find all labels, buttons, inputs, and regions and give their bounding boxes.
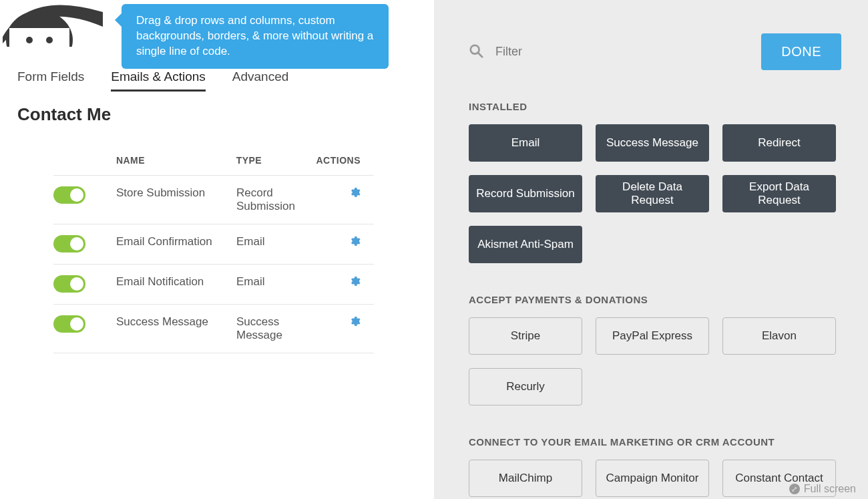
- action-tile-recurly[interactable]: Recurly: [469, 368, 582, 405]
- action-tile-record-submission[interactable]: Record Submission: [469, 175, 582, 212]
- builder-tabs: Form Fields Emails & Actions Advanced: [17, 69, 288, 92]
- promo-tooltip: Drag & drop rows and columns, custom bac…: [122, 4, 389, 69]
- cell-name[interactable]: Success Message: [116, 315, 236, 329]
- search-icon: [469, 43, 483, 61]
- form-title: Contact Me: [17, 104, 111, 125]
- action-tile-paypal-express[interactable]: PayPal Express: [596, 317, 709, 355]
- toggle-enabled[interactable]: [53, 186, 85, 204]
- gear-icon: [349, 186, 361, 198]
- toggle-enabled[interactable]: [53, 275, 85, 293]
- action-tile-stripe[interactable]: Stripe: [469, 317, 582, 355]
- col-header-actions: ACTIONS: [316, 155, 374, 166]
- action-tile-redirect[interactable]: Redirect: [722, 124, 836, 162]
- action-tile-elavon[interactable]: Elavon: [722, 317, 836, 355]
- action-tile-delete-data-request[interactable]: Delete Data Request: [596, 175, 709, 212]
- row-settings-button[interactable]: [316, 235, 374, 250]
- cell-type: Email: [236, 275, 316, 289]
- tile-grid-crm: MailChimp Campaign Monitor Constant Cont…: [469, 460, 841, 497]
- toggle-enabled[interactable]: [53, 315, 85, 333]
- cell-name[interactable]: Email Notification: [116, 275, 236, 289]
- expand-icon: ⤢: [789, 484, 800, 494]
- toggle-enabled[interactable]: [53, 235, 85, 253]
- actions-table: NAME TYPE ACTIONS Store Submission Recor…: [53, 155, 374, 353]
- tab-advanced[interactable]: Advanced: [232, 69, 289, 92]
- cell-type: Record Submission: [236, 186, 316, 213]
- svg-point-2: [26, 37, 33, 43]
- action-tile-success-message[interactable]: Success Message: [596, 124, 709, 162]
- filter-input[interactable]: [495, 45, 656, 59]
- cell-name[interactable]: Email Confirmation: [116, 235, 236, 248]
- app-logo: [3, 0, 110, 49]
- gear-icon: [349, 315, 361, 327]
- col-header-name: NAME: [116, 155, 236, 166]
- tile-grid-installed: Email Success Message Redirect Record Su…: [469, 124, 841, 263]
- table-row: Store Submission Record Submission: [53, 175, 374, 224]
- section-title-crm: CONNECT TO YOUR EMAIL MARKETING OR CRM A…: [469, 436, 841, 448]
- right-panel: DONE INSTALLED Email Success Message Red…: [435, 0, 868, 499]
- col-header-type: TYPE: [236, 155, 316, 166]
- svg-point-3: [46, 37, 53, 43]
- section-title-installed: INSTALLED: [469, 101, 841, 112]
- tile-grid-payments: Stripe PayPal Express Elavon Recurly: [469, 317, 841, 405]
- table-row: Success Message Success Message: [53, 304, 374, 353]
- action-tile-export-data-request[interactable]: Export Data Request: [722, 175, 836, 212]
- table-row: Email Notification Email: [53, 264, 374, 304]
- done-button[interactable]: DONE: [761, 33, 841, 70]
- tab-form-fields[interactable]: Form Fields: [17, 69, 84, 92]
- row-settings-button[interactable]: [316, 186, 374, 201]
- svg-rect-1: [9, 28, 69, 47]
- cell-type: Success Message: [236, 315, 316, 342]
- cell-name[interactable]: Store Submission: [116, 186, 236, 200]
- action-tile-email[interactable]: Email: [469, 124, 582, 162]
- svg-line-5: [478, 52, 482, 56]
- gear-icon: [349, 235, 361, 247]
- fullscreen-label: Full screen: [804, 483, 856, 495]
- section-title-payments: ACCEPT PAYMENTS & DONATIONS: [469, 294, 841, 305]
- action-tile-akismet[interactable]: Akismet Anti-Spam: [469, 226, 582, 263]
- table-row: Email Confirmation Email: [53, 224, 374, 264]
- row-settings-button[interactable]: [316, 275, 374, 290]
- action-tile-campaign-monitor[interactable]: Campaign Monitor: [596, 460, 709, 497]
- cell-type: Email: [236, 235, 316, 248]
- gear-icon: [349, 275, 361, 287]
- row-settings-button[interactable]: [316, 315, 374, 330]
- left-panel: Drag & drop rows and columns, custom bac…: [0, 0, 434, 499]
- tab-emails-actions[interactable]: Emails & Actions: [111, 69, 206, 92]
- fullscreen-toggle[interactable]: ⤢ Full screen: [789, 483, 856, 495]
- action-tile-mailchimp[interactable]: MailChimp: [469, 460, 582, 497]
